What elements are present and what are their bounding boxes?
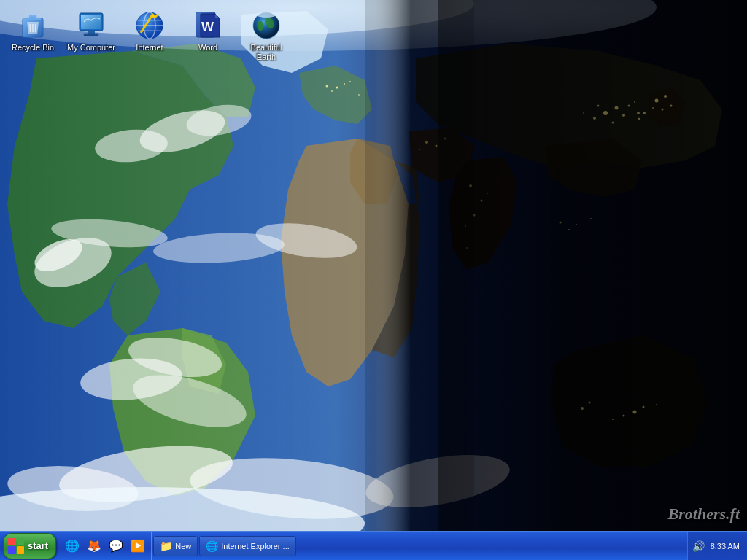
quick-firefox-button[interactable]: 🦊 [84,536,104,556]
desktop-icon-beautiful-earth[interactable]: Beautiful Earth [237,7,295,66]
desktop-icon-my-computer[interactable]: My Computer [62,7,120,66]
desktop-icon-recycle-bin[interactable]: Recycle Bin [4,7,62,66]
taskbar-task-label-task-ie: Internet Explorer ... [221,542,290,551]
svg-rect-78 [88,31,95,34]
start-label: start [28,540,48,551]
quick-launch-bar: 🌐 🦊 💬 ▶️ [59,532,152,560]
beautiful-earth-label: Beautiful Earth [241,43,292,62]
recycle-bin-icon [18,11,47,40]
quick-media-button[interactable]: ▶️ [128,536,148,556]
svg-point-93 [256,12,276,18]
start-button[interactable]: start [3,533,56,559]
taskbar-task-icon-task-ie: 🌐 [206,540,218,552]
word-icon: W [193,11,222,40]
system-tray: 🔊 8:33 AM [687,532,747,560]
svg-rect-79 [84,34,98,36]
wallpaper [0,0,747,531]
svg-line-74 [36,24,36,32]
taskbar-task-label-task-new: New [175,542,191,551]
taskbar-tasks: 📁New🌐Internet Explorer ... [152,532,686,560]
internet-icon [135,11,164,40]
quick-ie-button[interactable]: 🌐 [62,536,82,556]
svg-rect-65 [0,0,747,531]
internet-label: Internet [136,43,163,52]
windows-logo-icon [8,538,24,554]
recycle-bin-label: Recycle Bin [12,43,54,52]
quick-messenger-button[interactable]: 💬 [106,536,126,556]
tray-speaker-icon[interactable]: 🔊 [692,540,705,552]
taskbar-task-task-new[interactable]: 📁New [153,536,198,556]
beautiful-earth-icon [252,11,281,40]
taskbar-task-icon-task-new: 📁 [160,540,172,552]
desktop-icon-word[interactable]: W Word [179,7,237,66]
watermark: Brothers.ft [668,505,740,524]
word-label: Word [198,43,217,52]
taskbar-task-task-ie[interactable]: 🌐Internet Explorer ... [199,536,296,556]
clock[interactable]: 8:33 AM [708,542,743,551]
desktop-icons: Recycle Bin My Computer Internet [0,4,299,69]
desktop-icon-internet[interactable]: Internet [120,7,179,66]
my-computer-icon [77,11,106,40]
svg-line-72 [30,24,31,32]
svg-text:W: W [201,20,214,34]
my-computer-label: My Computer [67,43,115,52]
taskbar: start 🌐 🦊 💬 ▶️ 📁New🌐Internet Explorer ..… [0,531,747,560]
